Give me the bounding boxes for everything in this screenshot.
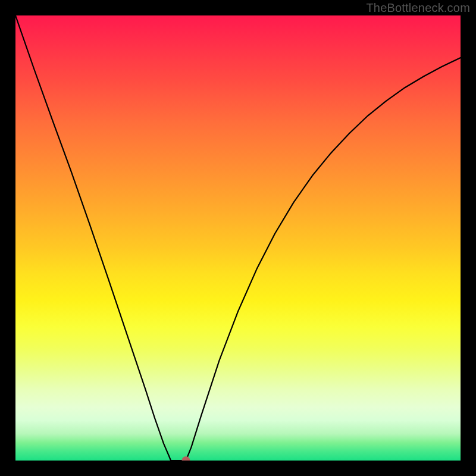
bottleneck-curve <box>15 15 461 461</box>
curve-layer <box>15 15 461 461</box>
chart-frame: TheBottleneck.com <box>0 0 476 476</box>
watermark-text: TheBottleneck.com <box>366 1 470 15</box>
minimum-marker-dot <box>181 456 190 461</box>
plot-area <box>15 15 461 461</box>
